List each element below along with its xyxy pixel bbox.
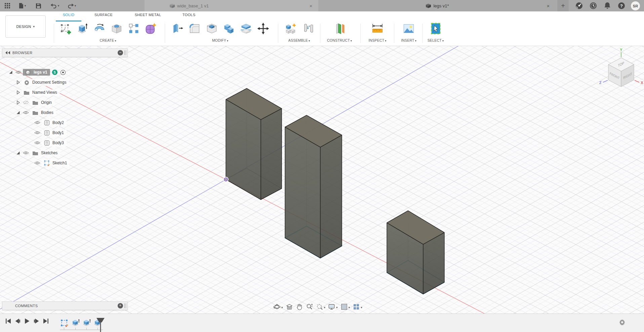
- app-grid-icon[interactable]: [3, 0, 12, 11]
- grid-settings-button[interactable]: ▾: [340, 303, 351, 312]
- visibility-eye-icon[interactable]: [22, 100, 30, 105]
- collapse-panel-icon[interactable]: [5, 51, 10, 54]
- browser-header[interactable]: BROWSER −: [2, 48, 128, 57]
- new-tab-button[interactable]: +: [557, 0, 569, 11]
- tool-move-copy-button[interactable]: [254, 21, 272, 38]
- tool-hole-button[interactable]: [108, 21, 125, 38]
- tool-rectangular-pattern-button[interactable]: [125, 21, 142, 38]
- dropdown-caret-icon[interactable]: ▾: [324, 306, 326, 309]
- document-tab-wide-base-1[interactable]: wide_base_1 v1 ×: [145, 0, 318, 11]
- extensions-icon[interactable]: [573, 0, 585, 11]
- display-settings-button[interactable]: ▾: [328, 303, 338, 312]
- browser-row-legs-v1[interactable]: legs v1S: [7, 68, 68, 77]
- group-label-insert[interactable]: INSERT▾: [395, 38, 422, 42]
- tool-create-sketch-button[interactable]: [56, 21, 74, 38]
- visibility-eye-icon[interactable]: [22, 151, 30, 155]
- tool-combine-button[interactable]: [220, 21, 237, 38]
- ribbon-tab-solid[interactable]: SOLID: [56, 13, 81, 21]
- browser-row-document-settings[interactable]: Document Settings: [15, 78, 69, 87]
- visibility-eye-icon[interactable]: [22, 110, 30, 115]
- zoom-button[interactable]: [306, 303, 314, 312]
- body-left-box[interactable]: [226, 88, 282, 200]
- save-icon[interactable]: [34, 0, 43, 11]
- tool-press-pull-button[interactable]: [169, 21, 186, 38]
- tool-split-body-button[interactable]: [237, 21, 254, 38]
- browser-row-named-views[interactable]: Named Views: [15, 88, 60, 97]
- user-avatar[interactable]: SR: [631, 1, 640, 10]
- timeline-step-back-button[interactable]: [15, 318, 21, 325]
- dropdown-caret-icon[interactable]: ▾: [336, 306, 338, 309]
- viewports-button[interactable]: ▾: [352, 303, 363, 312]
- tool-select-button[interactable]: [427, 21, 444, 38]
- expand-arrow-icon[interactable]: [15, 80, 22, 84]
- visibility-eye-icon[interactable]: [33, 130, 42, 135]
- expand-arrow-icon[interactable]: [15, 90, 22, 94]
- comments-header[interactable]: COMMENTS +: [2, 301, 128, 310]
- timeline-go-to-end-button[interactable]: [43, 318, 49, 325]
- visibility-eye-icon[interactable]: [33, 161, 42, 165]
- browser-row-body1[interactable]: Body1: [33, 128, 67, 137]
- panel-grip[interactable]: [124, 50, 126, 55]
- timeline-feature-sketch-1[interactable]: [60, 318, 69, 328]
- undo-icon[interactable]: ▾: [48, 0, 62, 11]
- tool-create-form-button[interactable]: [142, 21, 159, 38]
- orbit-button[interactable]: ▾: [273, 303, 283, 312]
- tool-insert-image-button[interactable]: [400, 21, 417, 38]
- tool-offset-plane-button[interactable]: [331, 21, 348, 38]
- redo-icon[interactable]: ▾: [65, 0, 79, 11]
- ribbon-tab-surface[interactable]: SURFACE: [91, 13, 116, 21]
- body-right-face[interactable]: [261, 109, 282, 200]
- body-left-face[interactable]: [285, 127, 320, 258]
- collapse-arrow-icon[interactable]: [7, 70, 14, 74]
- timeline-go-to-start-button[interactable]: [5, 318, 11, 325]
- group-label-create[interactable]: CREATE▾: [54, 38, 162, 42]
- timeline-feature-extrude-3[interactable]: [82, 318, 91, 328]
- group-label-assemble[interactable]: ASSEMBLE▾: [280, 38, 318, 42]
- add-comment-icon[interactable]: +: [118, 303, 123, 308]
- settings-gear-icon[interactable]: [619, 319, 625, 327]
- pan-button[interactable]: [295, 303, 304, 312]
- timeline-feature-extrude-2[interactable]: [71, 318, 80, 328]
- browser-row-sketches[interactable]: Sketches: [15, 149, 60, 157]
- activate-component-icon[interactable]: [59, 70, 68, 75]
- panel-grip[interactable]: [124, 303, 126, 308]
- close-tab-icon[interactable]: ×: [545, 0, 552, 11]
- help-icon[interactable]: ?: [616, 0, 627, 11]
- tool-revolve-button[interactable]: [91, 21, 108, 38]
- browser-row-bodies[interactable]: Bodies: [15, 108, 56, 117]
- expand-arrow-icon[interactable]: [15, 100, 22, 105]
- tool-shell-button[interactable]: [203, 21, 220, 38]
- fit-button[interactable]: ▾: [316, 303, 326, 312]
- dropdown-caret-icon[interactable]: ▾: [281, 306, 283, 309]
- ribbon-tab-tools[interactable]: TOOLS: [178, 13, 200, 21]
- view-cube[interactable]: TOPFRONTRIGHTYZX: [594, 47, 644, 94]
- group-label-inspect[interactable]: INSPECT▾: [364, 38, 391, 42]
- look-at-button[interactable]: [285, 303, 293, 312]
- group-label-select[interactable]: SELECT▾: [422, 38, 449, 42]
- timeline-position-marker[interactable]: [96, 318, 105, 332]
- workspace-selector[interactable]: DESIGN ▾: [5, 15, 46, 38]
- ribbon-tab-sheet-metal[interactable]: SHEET METAL: [131, 13, 165, 21]
- visibility-eye-icon[interactable]: [33, 140, 42, 145]
- origin-marker[interactable]: [223, 177, 229, 182]
- job-status-icon[interactable]: [588, 0, 599, 11]
- body-right-face[interactable]: [320, 135, 342, 258]
- notifications-icon[interactable]: [602, 0, 613, 11]
- collapse-arrow-icon[interactable]: [15, 151, 22, 155]
- scene-svg[interactable]: [0, 46, 644, 314]
- browser-row-body3[interactable]: Body3: [33, 138, 67, 147]
- tool-joint-button[interactable]: [299, 21, 316, 38]
- visibility-eye-icon[interactable]: [33, 120, 42, 125]
- browser-row-origin[interactable]: Origin: [15, 98, 54, 107]
- close-tab-icon[interactable]: ×: [308, 0, 314, 11]
- group-label-construct[interactable]: CONSTRUCT▾: [326, 38, 353, 42]
- timeline-step-forward-button[interactable]: [34, 318, 39, 325]
- visibility-eye-icon[interactable]: [14, 70, 23, 75]
- tool-measure-button[interactable]: [369, 21, 386, 38]
- sync-status-badge[interactable]: S: [52, 70, 57, 75]
- timeline-play-button[interactable]: [24, 318, 30, 325]
- tool-new-component-button[interactable]: [282, 21, 299, 38]
- group-label-modify[interactable]: MODIFY▾: [167, 38, 274, 42]
- tool-extrude-button[interactable]: [74, 21, 91, 38]
- browser-row-sketch1[interactable]: Sketch1: [33, 159, 70, 167]
